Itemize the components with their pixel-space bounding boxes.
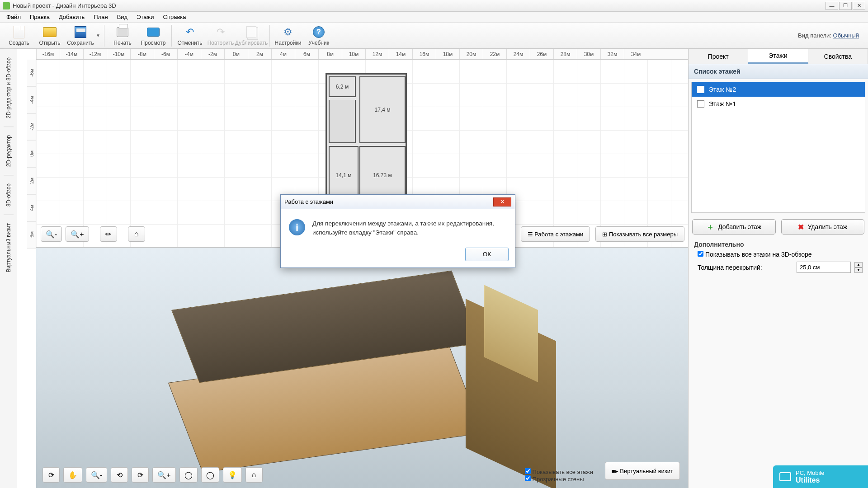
show-all-3d-check[interactable]: Показывать все этажи на 3D-обзоре (698, 251, 812, 258)
window-title: Новый проект - Дизайн Интерьера 3D (13, 2, 116, 9)
ruler-tick: 6м (27, 221, 36, 249)
dialog-title: Работа с этажами (284, 198, 333, 205)
dialog-ok-button[interactable]: ОК (465, 248, 509, 261)
light-button[interactable]: 💡 (223, 467, 242, 483)
hand-icon: ✋ (68, 471, 77, 479)
ruler-tick: -6м (27, 60, 36, 87)
close-button[interactable]: ✕ (853, 2, 865, 10)
home-button[interactable]: ⌂ (128, 226, 145, 242)
ruler-tick: 6м (295, 49, 318, 59)
lasso-cw-button[interactable]: ◯ (179, 467, 198, 483)
preview-button[interactable]: Просмотр (138, 23, 169, 48)
print-button[interactable]: Печать (107, 23, 138, 48)
menu-edit[interactable]: Правка (25, 13, 54, 21)
show-all-floors-check[interactable]: Показывать все этажи (525, 468, 593, 475)
open-button[interactable]: Открыть (34, 23, 65, 48)
orbit-left-icon: ⟲ (117, 471, 123, 479)
spin-up-icon[interactable]: ▲ (854, 262, 863, 267)
window-titlebar: Новый проект - Дизайн Интерьера 3D — ❐ ✕ (0, 0, 868, 12)
ruler-tick: 8м (318, 49, 342, 59)
show-all-dims-button[interactable]: ⊞ Показывать все размеры (595, 226, 684, 242)
zoom-out-icon: 🔍- (46, 230, 57, 239)
edit-tool-button[interactable]: ✏ (100, 226, 117, 242)
settings-button[interactable]: ⚙Настройки (273, 23, 303, 48)
rotate-icon: ⟳ (48, 471, 54, 479)
dialog-close-button[interactable]: ✕ (493, 197, 511, 206)
ruler-tick: -10м (107, 49, 130, 59)
save-dropdown-arrow-icon[interactable]: ▼ (96, 33, 101, 38)
lasso-icon: ◯ (206, 471, 214, 479)
ruler-tick: 2м (27, 168, 36, 195)
cross-icon: ✖ (798, 223, 804, 231)
menu-view[interactable]: Вид (113, 13, 132, 21)
floor-item[interactable]: Этаж №2 (692, 82, 865, 97)
menu-file[interactable]: Файл (2, 13, 25, 21)
floor-item[interactable]: Этаж №1 (692, 97, 865, 111)
menu-plan[interactable]: План (89, 13, 112, 21)
ruler-tick: -2м (27, 113, 36, 141)
pane-3d[interactable]: ⟳ ✋ 🔍- ⟲ ⟳ 🔍+ ◯ ◯ 💡 ⌂ Показывать все эта… (36, 248, 688, 488)
ruler-tick: 2м (248, 49, 271, 59)
duplicate-icon (246, 26, 256, 38)
minimize-button[interactable]: — (826, 2, 838, 10)
zoom-out-button[interactable]: 🔍- (41, 226, 62, 242)
vtab-2d[interactable]: 2D-редактор (4, 127, 14, 175)
toolbar-sep (269, 25, 270, 47)
delete-floor-button[interactable]: ✖Удалить этаж (781, 219, 865, 235)
toolbar-sep (171, 25, 172, 47)
orbit-left-button[interactable]: ⟲ (111, 467, 128, 483)
create-button[interactable]: Создать (4, 23, 34, 48)
tab-floors[interactable]: Этажи (748, 49, 808, 64)
floor-plan[interactable]: 6,2 м 17,4 м 14,1 м 16,73 м (326, 73, 407, 209)
menu-add[interactable]: Добавить (54, 13, 89, 21)
room-label: 17,4 м (359, 76, 406, 143)
ruler-tick: 26м (530, 49, 553, 59)
monitor-icon (779, 472, 791, 481)
folder-open-icon (43, 27, 57, 37)
vtab-virtual[interactable]: Виртуальный визит (4, 215, 14, 281)
zoom-in-3d-button[interactable]: 🔍+ (152, 467, 175, 483)
tab-properties[interactable]: Свойства (808, 49, 868, 64)
zoom-out-3d-button[interactable]: 🔍- (86, 467, 107, 483)
vtab-3d[interactable]: 3D-обзор (4, 175, 14, 215)
zoom-in-icon: 🔍+ (71, 230, 84, 239)
floors-list[interactable]: Этаж №2 Этаж №1 (691, 82, 865, 213)
ruler-tick: 18м (436, 49, 459, 59)
rotate-360-button[interactable]: ⟳ (42, 467, 60, 483)
lasso-ccw-button[interactable]: ◯ (201, 467, 219, 483)
undo-button[interactable]: ↶Отменить (175, 23, 205, 48)
maximize-button[interactable]: ❐ (839, 2, 852, 10)
ruler-tick: 24м (506, 49, 530, 59)
info-icon: i (289, 219, 305, 235)
orbit-right-button[interactable]: ⟳ (132, 467, 149, 483)
building-3d (167, 266, 538, 483)
gear-icon: ⚙ (281, 25, 295, 39)
thickness-input[interactable] (797, 262, 851, 273)
menu-floors[interactable]: Этажи (132, 13, 158, 21)
vtab-2d-3d[interactable]: 2D-редактор и 3D-обзор (4, 49, 14, 127)
tab-project[interactable]: Проект (689, 49, 748, 64)
spin-down-icon[interactable]: ▼ (854, 267, 863, 273)
ruler-tick: 16м (412, 49, 436, 59)
zoom-in-button[interactable]: 🔍+ (66, 226, 89, 242)
add-floor-button[interactable]: ＋Добавить этаж (692, 219, 776, 235)
room (329, 100, 356, 143)
home-icon: ⌂ (252, 471, 256, 479)
thickness-spinner[interactable]: ▲▼ (854, 262, 863, 273)
side-panel: Проект Этажи Свойства Список этажей Этаж… (688, 49, 868, 488)
ruler-tick: 22м (483, 49, 506, 59)
save-button[interactable]: Сохранить (65, 23, 96, 48)
home-3d-button[interactable]: ⌂ (245, 467, 263, 483)
ruler-tick: -6м (154, 49, 177, 59)
file-new-icon (14, 26, 24, 38)
tutorial-button[interactable]: ?Учебник (303, 23, 334, 48)
ruler-horizontal: -16м-14м-12м-10м-8м-6м-4м-2м0м2м4м6м8м10… (36, 49, 688, 60)
virtual-visit-button[interactable]: ■▸ Виртуальный визит (605, 462, 680, 480)
floors-work-button[interactable]: ☰ Работа с этажами (521, 226, 590, 242)
floor-icon (697, 86, 704, 93)
view-mode-link[interactable]: Обычный (833, 32, 859, 39)
pan-button[interactable]: ✋ (63, 467, 82, 483)
transparent-walls-check[interactable]: Прозрачные стены (525, 475, 593, 483)
menu-help[interactable]: Справка (159, 13, 191, 21)
dims-icon: ⊞ (602, 231, 607, 238)
